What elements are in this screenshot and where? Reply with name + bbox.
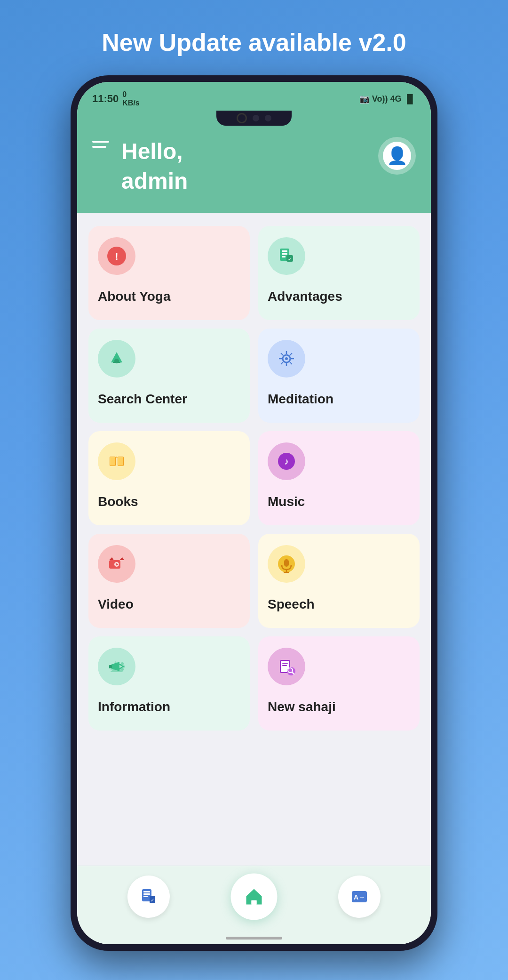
svg-rect-4 [282, 253, 287, 255]
nav-profile[interactable]: ✓ [127, 876, 170, 918]
card-music[interactable]: ♪ Music [258, 431, 420, 525]
svg-text:A→: A→ [354, 893, 365, 901]
svg-rect-47 [282, 665, 287, 666]
card-video-label: Video [98, 597, 240, 612]
svg-text:✓: ✓ [288, 257, 292, 262]
card-books[interactable]: Books [88, 431, 250, 525]
status-speed: 0KB/s [122, 90, 139, 107]
status-bar: 11:50 0KB/s 📷 Vo)) 4G ▐▌ [77, 82, 431, 111]
card-search-center-label: Search Center [98, 392, 240, 407]
svg-marker-29 [109, 557, 114, 560]
phone-frame: 11:50 0KB/s 📷 Vo)) 4G ▐▌ [71, 75, 437, 951]
card-advantages-label: Advantages [268, 289, 410, 304]
svg-text:♪: ♪ [284, 456, 289, 466]
card-information-label: Information [98, 699, 240, 715]
svg-text:!: ! [115, 250, 118, 262]
card-music-label: Music [268, 494, 410, 509]
avatar[interactable]: 👤 [378, 137, 416, 175]
notch-area [77, 111, 431, 128]
svg-point-43 [121, 668, 124, 671]
card-video[interactable]: Video [88, 534, 250, 628]
status-icons: 📷 Vo)) 4G ▐▌ [359, 94, 416, 104]
phone-screen: 11:50 0KB/s 📷 Vo)) 4G ▐▌ [77, 82, 431, 944]
svg-line-21 [281, 362, 283, 364]
svg-point-42 [123, 665, 125, 667]
svg-line-19 [290, 362, 292, 364]
nav-home[interactable] [231, 874, 278, 920]
update-banner: New Update available v2.0 [102, 28, 406, 56]
svg-line-18 [281, 353, 283, 355]
content-area: ! About Yoga ✓ [77, 213, 431, 866]
card-speech-label: Speech [268, 597, 410, 612]
svg-rect-52 [143, 891, 150, 892]
card-information[interactable]: Information [88, 636, 250, 731]
card-meditation-label: Meditation [268, 392, 410, 407]
nav-translate[interactable]: A→ [338, 876, 381, 918]
svg-point-13 [285, 357, 288, 360]
greeting-text: Hello, admin [121, 137, 188, 196]
svg-rect-40 [109, 665, 112, 668]
status-time: 11:50 [92, 93, 119, 105]
card-advantages[interactable]: ✓ Advantages [258, 226, 420, 320]
svg-rect-53 [143, 893, 150, 895]
svg-point-41 [121, 662, 124, 665]
svg-rect-25 [118, 457, 123, 466]
svg-line-20 [290, 353, 292, 355]
svg-text:✓: ✓ [151, 898, 154, 903]
svg-rect-46 [282, 663, 288, 664]
svg-rect-24 [110, 457, 115, 466]
card-meditation[interactable]: Meditation [258, 329, 420, 423]
svg-rect-10 [115, 359, 118, 362]
card-search-center[interactable]: Search Center [88, 329, 250, 423]
svg-rect-5 [282, 256, 286, 257]
bottom-nav: ✓ A→ [77, 866, 431, 932]
card-about-yoga[interactable]: ! About Yoga [88, 226, 250, 320]
card-speech[interactable]: Speech [258, 534, 420, 628]
card-new-sahaji-label: New sahaji [268, 699, 410, 715]
svg-rect-58 [252, 900, 257, 905]
svg-rect-3 [282, 250, 287, 252]
svg-marker-30 [119, 557, 124, 560]
home-indicator [77, 932, 431, 944]
card-about-yoga-label: About Yoga [98, 289, 240, 304]
card-books-label: Books [98, 494, 240, 509]
svg-rect-54 [143, 896, 148, 897]
menu-grid: ! About Yoga ✓ [88, 226, 420, 731]
app-header: Hello, admin 👤 [77, 128, 431, 213]
svg-rect-34 [284, 559, 289, 567]
card-new-sahaji[interactable]: New sahaji [258, 636, 420, 731]
hamburger-menu[interactable] [92, 141, 109, 148]
